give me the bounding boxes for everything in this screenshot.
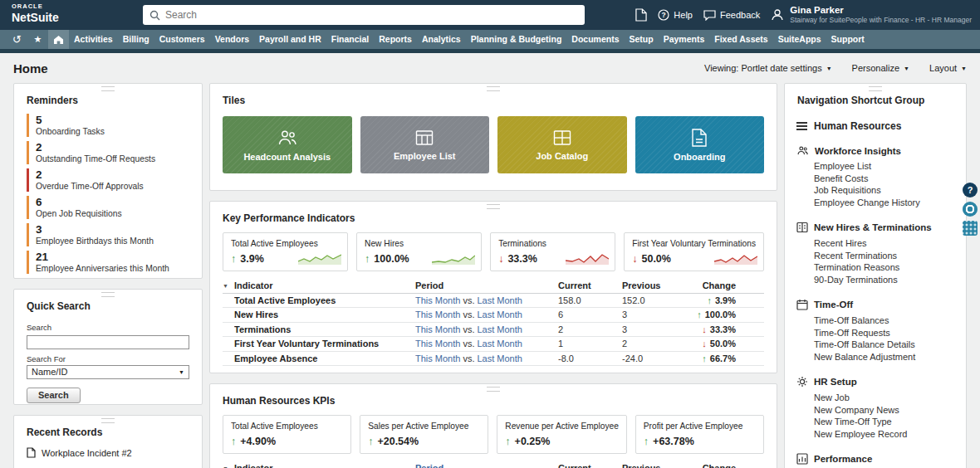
quick-search-input[interactable]	[27, 335, 189, 349]
nav-item-financial[interactable]: Financial	[326, 30, 375, 49]
drag-handle-icon[interactable]	[869, 86, 882, 91]
favorites-star-icon[interactable]: ★	[27, 30, 48, 49]
search-for-select[interactable]: Name/ID ▼	[27, 365, 189, 379]
hr-kpi-card-sales-per-employee[interactable]: Sales per Active Employee ↑ +20.54%	[360, 415, 488, 454]
shortcut-link-termination-reasons[interactable]: Termination Reasons	[814, 261, 954, 274]
nav-item-documents[interactable]: Documents	[566, 30, 624, 49]
help-button[interactable]: ? Help	[658, 9, 693, 21]
reminder-overdue-time-off[interactable]: 2 Overdue Time-Off Approvals	[27, 168, 189, 192]
nav-item-vendors[interactable]: Vendors	[210, 30, 254, 49]
hr-kpi-card-profit-per-employee[interactable]: Profit per Active Employee ↑ +63.78%	[635, 415, 764, 454]
kpi-table-row[interactable]: New Hires This Monthvs.Last Month 6 3 ↑1…	[223, 308, 764, 323]
create-new-icon[interactable]	[635, 8, 647, 22]
reminder-employee-birthdays[interactable]: 3 Employee Birthdays this Month	[27, 223, 189, 246]
shortcut-link-recent-hires[interactable]: Recent Hires	[814, 237, 954, 250]
shortcut-link-new-time-off-type[interactable]: New Time-Off Type	[814, 416, 954, 428]
shortcut-group-workforce-insights[interactable]: Workforce Insights	[796, 145, 954, 156]
nav-item-analytics[interactable]: Analytics	[417, 30, 466, 49]
nav-item-payments[interactable]: Payments	[659, 30, 710, 49]
shortcut-link-benefit-costs[interactable]: Benefit Costs	[814, 173, 954, 185]
shortcut-link-new-balance-adjustment[interactable]: New Balance Adjustment	[814, 351, 954, 363]
nav-item-fixed-assets[interactable]: Fixed Assets	[709, 30, 772, 49]
period-link[interactable]: Last Month	[477, 310, 522, 319]
kpi-table-row[interactable]: Total Active Employees This Monthvs.Last…	[223, 294, 764, 309]
period-link[interactable]: Last Month	[477, 339, 522, 349]
kpi-card-terminations[interactable]: Terminations ↓ 33.3%	[490, 232, 615, 271]
drag-handle-icon[interactable]	[101, 292, 115, 297]
help-bubble-icon[interactable]: ?	[963, 183, 978, 197]
shortcut-group-performance[interactable]: Performance	[796, 453, 954, 465]
drag-handle-icon[interactable]	[101, 86, 115, 91]
nav-item-customers[interactable]: Customers	[154, 30, 210, 49]
shortcut-link-job-requisitions[interactable]: Job Requisitions	[814, 184, 954, 197]
period-link[interactable]: Last Month	[477, 353, 522, 363]
period-link[interactable]: Last Month	[477, 324, 522, 334]
personalize-dropdown[interactable]: Personalize ▼	[852, 63, 909, 73]
period-link[interactable]: This Month	[415, 295, 460, 305]
period-link[interactable]: This Month	[415, 310, 460, 319]
shortcut-link-new-job[interactable]: New Job	[814, 392, 954, 404]
shortcut-link-time-off-balance-details[interactable]: Time-Off Balance Details	[814, 339, 954, 351]
shortcut-link-90-day-terminations[interactable]: 90-Day Terminations	[814, 274, 954, 286]
apps-grid-icon[interactable]	[963, 221, 978, 236]
kpi-table-row[interactable]: Employee Absence This Monthvs.Last Month…	[223, 352, 764, 367]
hr-kpi-card-revenue-per-employee[interactable]: Revenue per Active Employee ↑ +0.25%	[497, 415, 626, 454]
shortcut-link-employee-change-history[interactable]: Employee Change History	[814, 197, 954, 209]
tile-onboarding[interactable]: Onboarding	[635, 116, 765, 173]
recent-history-icon[interactable]: ↺	[7, 30, 27, 49]
drag-handle-icon[interactable]	[487, 204, 500, 209]
recent-record-link[interactable]: Workplace Incident #2	[14, 438, 202, 458]
drag-handle-icon[interactable]	[487, 387, 500, 392]
global-search[interactable]	[143, 5, 585, 25]
reminder-onboarding-tasks[interactable]: 5 Onboarding Tasks	[27, 114, 189, 137]
feedback-button[interactable]: Feedback	[703, 10, 760, 21]
shortcut-link-time-off-requests[interactable]: Time-Off Requests	[814, 327, 954, 339]
tile-headcount-analysis[interactable]: Headcount Analysis	[223, 116, 352, 173]
drag-handle-icon[interactable]	[101, 418, 115, 423]
kpi-card-total-active-employees[interactable]: Total Active Employees ↑ 3.9%	[223, 232, 348, 271]
nav-item-reports[interactable]: Reports	[374, 30, 417, 49]
nav-item-setup[interactable]: Setup	[625, 30, 659, 49]
nav-item-activities[interactable]: Activities	[69, 30, 118, 49]
home-icon[interactable]	[48, 30, 69, 49]
layout-dropdown[interactable]: Layout ▼	[929, 63, 967, 73]
tile-job-catalog[interactable]: Job Catalog	[497, 116, 627, 173]
period-link[interactable]: This Month	[415, 324, 460, 334]
quick-search-button[interactable]: Search	[27, 388, 81, 403]
kpi-table-row[interactable]: Terminations This Monthvs.Last Month 2 3…	[223, 323, 764, 338]
shortcut-link-new-employee-record[interactable]: New Employee Record	[814, 428, 954, 441]
user-menu[interactable]: Gina Parker Stairway for SuitePeople wit…	[771, 5, 972, 25]
period-link[interactable]: This Month	[415, 339, 460, 349]
period-link[interactable]: Last Month	[477, 295, 522, 305]
nav-item-planning-budgeting[interactable]: Planning & Budgeting	[466, 30, 567, 49]
shortcut-link-time-off-balances[interactable]: Time-Off Balances	[814, 314, 954, 327]
period-link[interactable]: This Month	[415, 353, 460, 363]
viewing-dropdown[interactable]: Viewing: Portlet date settings ▼	[704, 63, 832, 73]
reminder-outstanding-time-off[interactable]: 2 Outstanding Time-Off Requests	[27, 141, 189, 164]
kpi-portlet: Key Performance Indicators Total Active …	[209, 201, 777, 373]
shortcut-group-hr-setup[interactable]: HR Setup	[796, 376, 954, 388]
reminder-open-job-requisitions[interactable]: 6 Open Job Requisitions	[27, 196, 189, 219]
kpi-table-row[interactable]: First Year Voluntary Terminations This M…	[223, 337, 764, 352]
expand-rows-icon[interactable]: ▼	[223, 283, 234, 289]
reminder-employee-anniversaries[interactable]: 21 Employee Anniversaries this Month	[27, 251, 189, 274]
kpi-card-first-year-voluntary-terminations[interactable]: First Year Voluntary Terminations ↓ 50.0…	[624, 232, 764, 271]
nav-item-suiteapps[interactable]: SuiteApps	[773, 30, 826, 49]
table-icon	[415, 129, 434, 146]
tile-employee-list[interactable]: Employee List	[360, 116, 490, 173]
shortcut-group-new-hires-terminations[interactable]: New Hires & Terminations	[796, 222, 954, 233]
support-buoy-icon[interactable]	[963, 202, 978, 217]
netsuite-logo[interactable]: ORACLE NetSuite	[12, 3, 59, 23]
shortcut-link-recent-terminations[interactable]: Recent Terminations	[814, 250, 954, 262]
nav-item-support[interactable]: Support	[826, 30, 870, 49]
shortcut-link-new-company-news[interactable]: New Company News	[814, 404, 954, 417]
shortcut-group-time-off[interactable]: Time-Off	[796, 299, 954, 310]
hr-kpi-card-total-active-employees[interactable]: Total Active Employees ↑ +4.90%	[223, 415, 351, 454]
shortcut-human-resources[interactable]: Human Resources	[796, 120, 954, 132]
global-search-input[interactable]	[165, 9, 578, 21]
drag-handle-icon[interactable]	[487, 86, 500, 91]
nav-item-payroll-and-hr[interactable]: Payroll and HR	[254, 30, 326, 49]
shortcut-link-employee-list[interactable]: Employee List	[814, 160, 954, 173]
nav-item-billing[interactable]: Billing	[118, 30, 154, 49]
kpi-card-new-hires[interactable]: New Hires ↑ 100.0%	[356, 232, 482, 271]
